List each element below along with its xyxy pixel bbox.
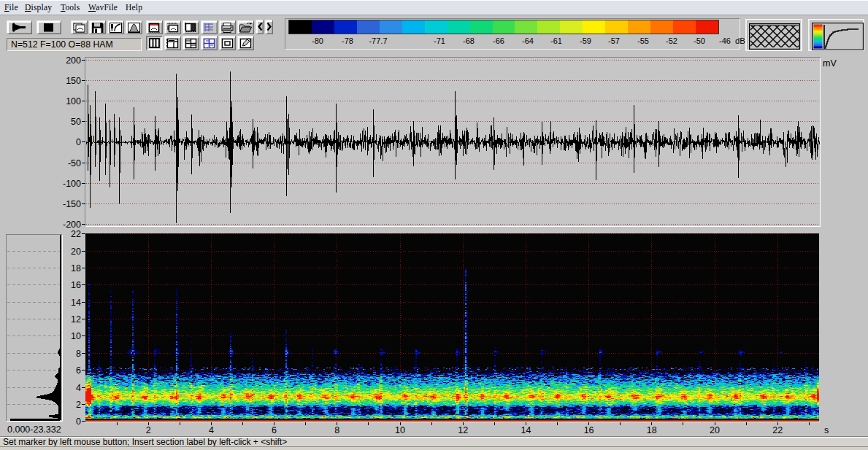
svg-text:2: 2 xyxy=(146,425,151,435)
svg-text:-150: -150 xyxy=(63,199,81,209)
svg-text:150: 150 xyxy=(66,76,81,86)
svg-text:0: 0 xyxy=(76,137,81,147)
svg-text:4: 4 xyxy=(209,425,214,435)
svg-text:6: 6 xyxy=(272,425,277,435)
svg-text:0.000-23.332: 0.000-23.332 xyxy=(7,424,61,435)
svg-text:50: 50 xyxy=(71,117,81,127)
svg-text:s: s xyxy=(824,425,829,435)
svg-text:10: 10 xyxy=(71,331,81,341)
svg-text:-100: -100 xyxy=(63,179,81,189)
svg-text:22: 22 xyxy=(772,425,783,435)
svg-text:14: 14 xyxy=(71,298,81,308)
svg-text:16: 16 xyxy=(71,280,81,290)
svg-text:14: 14 xyxy=(521,425,531,435)
svg-text:200: 200 xyxy=(66,55,81,66)
svg-text:-200: -200 xyxy=(63,220,81,230)
svg-text:20: 20 xyxy=(71,247,81,257)
svg-text:8: 8 xyxy=(334,425,339,435)
svg-text:2: 2 xyxy=(76,400,81,410)
svg-text:10: 10 xyxy=(395,425,405,435)
svg-text:4: 4 xyxy=(76,383,81,393)
svg-text:6: 6 xyxy=(76,365,81,376)
svg-text:18: 18 xyxy=(71,263,81,274)
svg-text:0: 0 xyxy=(76,416,81,427)
svg-text:s: s xyxy=(209,24,213,32)
svg-text:100: 100 xyxy=(66,96,81,106)
svg-text:8: 8 xyxy=(76,349,81,359)
svg-text:12: 12 xyxy=(71,314,81,325)
svg-text:mV: mV xyxy=(823,58,837,69)
svg-text:18: 18 xyxy=(647,425,657,435)
svg-text:20: 20 xyxy=(710,425,720,435)
svg-text:22: 22 xyxy=(71,229,81,239)
svg-text:-50: -50 xyxy=(68,158,81,168)
svg-text:16: 16 xyxy=(584,425,594,435)
svg-text:12: 12 xyxy=(458,425,468,435)
